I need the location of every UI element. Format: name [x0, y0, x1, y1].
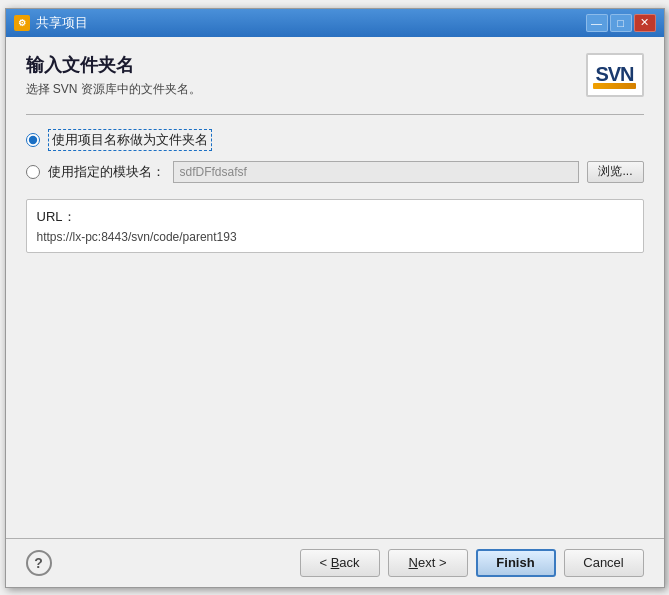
- url-section: URL： https://lx-pc:8443/svn/code/parent1…: [26, 199, 644, 253]
- svn-logo: SVN: [586, 53, 644, 97]
- minimize-button[interactable]: —: [586, 14, 608, 32]
- header-row: 输入文件夹名 选择 SVN 资源库中的文件夹名。 SVN: [26, 53, 644, 98]
- radio-use-project-name[interactable]: [26, 133, 40, 147]
- footer: ? < Back Next > Finish Cancel: [6, 538, 664, 587]
- title-bar: ⚙ 共享项目 — □ ✕: [6, 9, 664, 37]
- footer-buttons: < Back Next > Finish Cancel: [300, 549, 644, 577]
- radio-row-2: 使用指定的模块名： 浏览...: [26, 161, 644, 183]
- maximize-button[interactable]: □: [610, 14, 632, 32]
- radio-label-2: 使用指定的模块名：: [48, 163, 165, 181]
- svn-logo-bar: [593, 83, 636, 89]
- content-spacer: [26, 253, 644, 528]
- radio-label-1: 使用项目名称做为文件夹名: [48, 129, 212, 151]
- close-button[interactable]: ✕: [634, 14, 656, 32]
- finish-button[interactable]: Finish: [476, 549, 556, 577]
- radio-row-1: 使用项目名称做为文件夹名: [26, 129, 644, 151]
- help-button[interactable]: ?: [26, 550, 52, 576]
- title-controls: — □ ✕: [586, 14, 656, 32]
- main-title: 输入文件夹名: [26, 53, 586, 77]
- browse-button[interactable]: 浏览...: [587, 161, 643, 183]
- options-area: 使用项目名称做为文件夹名 使用指定的模块名： 浏览... URL： https:…: [26, 129, 644, 253]
- url-value: https://lx-pc:8443/svn/code/parent193: [37, 230, 633, 244]
- header-divider: [26, 114, 644, 115]
- module-name-input[interactable]: [173, 161, 580, 183]
- cancel-button[interactable]: Cancel: [564, 549, 644, 577]
- title-text: 共享项目: [36, 14, 586, 32]
- content-area: 输入文件夹名 选择 SVN 资源库中的文件夹名。 SVN 使用项目名称做为文件夹…: [6, 37, 664, 538]
- dialog-window: ⚙ 共享项目 — □ ✕ 输入文件夹名 选择 SVN 资源库中的文件夹名。 SV…: [5, 8, 665, 588]
- title-icon: ⚙: [14, 15, 30, 31]
- back-button[interactable]: < Back: [300, 549, 380, 577]
- header-text: 输入文件夹名 选择 SVN 资源库中的文件夹名。: [26, 53, 586, 98]
- next-button[interactable]: Next >: [388, 549, 468, 577]
- radio-use-module-name[interactable]: [26, 165, 40, 179]
- sub-title: 选择 SVN 资源库中的文件夹名。: [26, 81, 586, 98]
- url-label: URL：: [37, 208, 633, 226]
